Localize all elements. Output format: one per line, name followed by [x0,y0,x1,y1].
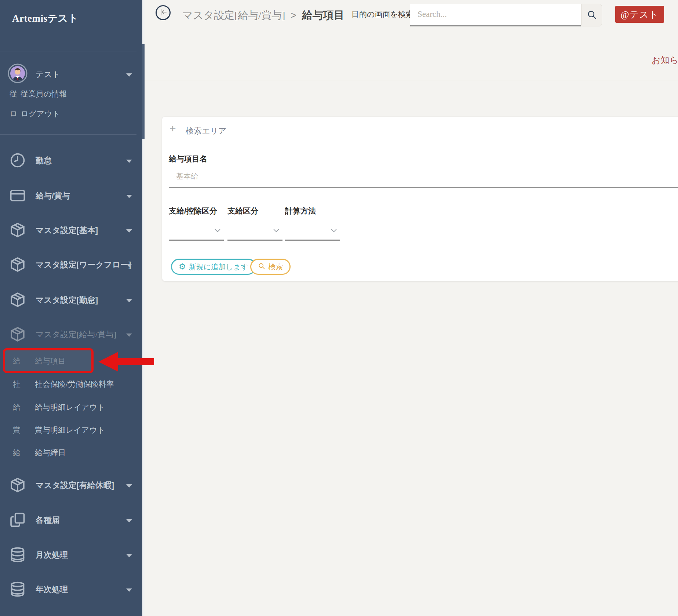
caret-down-icon [126,73,132,77]
annotation-arrow-icon [98,352,118,372]
breadcrumb: マスタ設定[給与/賞与] > 給与項目 [182,8,345,23]
pay-type-label: 支給区分 [227,206,258,216]
sidebar-item-master-paid-leave[interactable]: マスタ設定[有給休暇] [0,475,142,495]
caret-down-icon [126,554,132,557]
insurance-letter-icon: 社 [13,379,21,389]
annotation-highlight-rect [3,348,94,373]
sidebar-item-attendance[interactable]: 勤怠 [0,150,142,171]
caret-down-icon [126,519,132,522]
collapse-arrow-icon [159,8,168,18]
user-menu[interactable]: テスト [0,62,142,86]
caret-down-icon [126,333,132,337]
sidebar-link-label: ログアウト [21,109,60,118]
clock-icon [10,152,26,168]
notice-link[interactable]: お知らせ [652,54,678,66]
add-new-button[interactable]: ⚙ 新規に追加します [171,259,256,275]
package-icon [10,222,26,238]
sidebar-item-various-forms[interactable]: 各種届 [0,510,142,530]
salary-letter-icon: 給 [13,448,21,458]
search-icon [258,262,265,271]
logout-letter-icon: ロ [10,109,18,118]
annotation-arrow-shaft [117,358,154,365]
database-icon [10,581,26,597]
caret-down-icon [126,195,132,198]
database-icon [10,547,26,563]
search-button[interactable]: 検索 [250,259,291,275]
breadcrumb-separator: > [291,10,296,21]
sidebar-item-payroll[interactable]: 給与/賞与 [0,185,142,206]
package-icon [10,256,26,273]
sidebar-scrollbar-thumb[interactable] [142,44,145,139]
calc-method-select[interactable] [285,218,340,241]
credit-card-icon [10,187,26,204]
global-search-input[interactable] [410,4,581,26]
documents-icon [10,512,26,528]
pay-type-select[interactable] [227,218,282,241]
search-button-label: 検索 [268,262,283,272]
caret-down-icon [126,588,132,592]
account-button[interactable]: @テスト [615,6,664,23]
sidebar-collapse-button[interactable] [156,5,171,20]
app-root: マスタ設定[給与/賞与] > 給与項目 目的の画面を検索 @テスト お知らせ +… [0,0,678,616]
add-new-button-label: 新規に追加します [189,262,248,272]
sidebar-subitem-bonus-slip-layout[interactable]: 賞 賞与明細レイアウト [0,420,142,440]
chevron-down-icon [272,226,280,234]
sidebar-item-monthly-processing[interactable]: 月次処理 [0,544,142,565]
user-name: テスト [36,69,61,80]
sidebar: Artemisテスト テスト [0,0,145,616]
sidebar-subitem-insurance-rates[interactable]: 社 社会保険/労働保険料率 [0,374,142,394]
sidebar-item-master-attendance[interactable]: マスタ設定[勤怠] [0,289,142,310]
divider [0,134,136,135]
chevron-down-icon [330,226,338,234]
chevron-down-icon [214,226,222,234]
search-area-card: + 検索エリア 給与項目名 支給/控除区分 支給区分 計算方法 ⚙ 新規に追加し… [162,117,678,281]
sidebar-item-master-workflow[interactable]: マスタ設定[ワークフロー] [0,254,142,275]
sidebar-subitem-pay-slip-layout[interactable]: 給 給与明細レイアウト [0,397,142,418]
bonus-letter-icon: 賞 [13,425,21,435]
sidebar-item-master-payroll[interactable]: マスタ設定[給与/賞与] [0,324,142,345]
caret-down-icon [126,484,132,488]
caret-down-icon [126,264,132,267]
item-name-label: 給与項目名 [169,154,207,164]
global-search-button[interactable] [581,4,602,26]
salary-letter-icon: 給 [13,402,21,412]
search-area-title: 検索エリア [186,125,227,136]
caret-down-icon [126,299,132,302]
caret-down-icon [126,160,132,163]
gear-icon: ⚙ [179,263,186,271]
employee-letter-icon: 従 [10,90,17,98]
sidebar-subitem-pay-closing-date[interactable]: 給 給与締日 [0,442,142,463]
app-logo: Artemisテスト [12,12,79,25]
sidebar-item-master-basic[interactable]: マスタ設定[基本] [0,220,142,240]
search-icon [587,10,597,21]
package-icon [10,477,26,493]
sidebar-link-logout[interactable]: ロログアウト [10,109,134,121]
calc-method-label: 計算方法 [285,206,316,216]
user-avatar [8,63,28,85]
item-name-input[interactable] [169,165,678,188]
sidebar-link-label: 従業員の情報 [21,90,67,98]
package-icon [10,292,26,308]
sidebar-item-annual-processing[interactable]: 年次処理 [0,579,142,599]
breadcrumb-current: 給与項目 [302,9,345,21]
sidebar-link-employee-info[interactable]: 従従業員の情報 [10,89,134,101]
package-icon [10,326,26,342]
screen-search-hint: 目的の画面を検索 [351,9,413,19]
header-divider [145,80,678,80]
caret-down-icon [126,229,132,233]
plus-icon[interactable]: + [170,123,176,135]
pay-deduct-type-label: 支給/控除区分 [169,206,217,216]
pay-deduct-type-select[interactable] [169,218,224,241]
divider [0,51,136,51]
breadcrumb-parent: マスタ設定[給与/賞与] [182,10,285,21]
